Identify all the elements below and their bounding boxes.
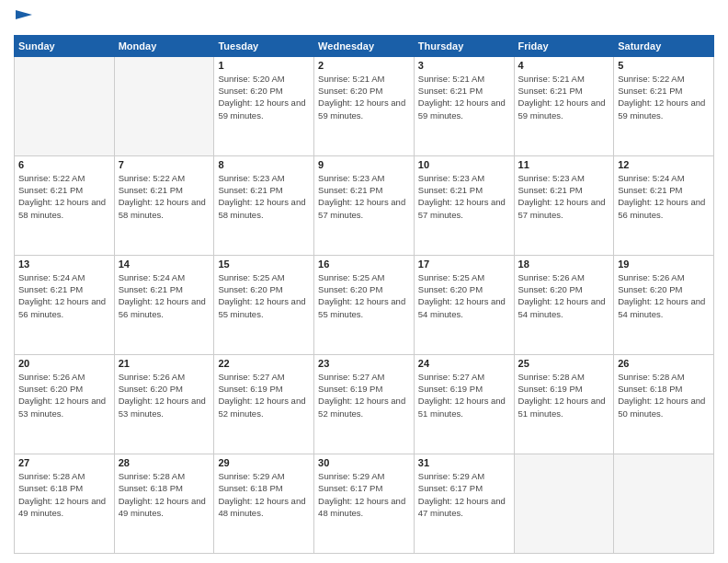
- day-info: Sunrise: 5:22 AM Sunset: 6:21 PM Dayligh…: [618, 73, 710, 121]
- day-number: 10: [418, 159, 510, 170]
- sunset-label: Sunset: 6:20 PM: [418, 284, 483, 294]
- day-info: Sunrise: 5:26 AM Sunset: 6:20 PM Dayligh…: [518, 271, 610, 320]
- day-info: Sunrise: 5:23 AM Sunset: 6:21 PM Dayligh…: [218, 172, 310, 221]
- day-cell: 9 Sunrise: 5:23 AM Sunset: 6:21 PM Dayli…: [314, 155, 415, 255]
- day-number: 17: [418, 259, 510, 270]
- sunset-label: Sunset: 6:17 PM: [418, 483, 483, 493]
- day-info: Sunrise: 5:21 AM Sunset: 6:21 PM Dayligh…: [518, 73, 610, 121]
- day-cell: 14 Sunrise: 5:24 AM Sunset: 6:21 PM Dayl…: [114, 255, 214, 354]
- day-info: Sunrise: 5:27 AM Sunset: 6:19 PM Dayligh…: [318, 371, 410, 419]
- day-cell: 2 Sunrise: 5:21 AM Sunset: 6:20 PM Dayli…: [314, 56, 415, 155]
- daylight-label: Daylight: 12 hours and 52 minutes.: [318, 396, 405, 418]
- daylight-label: Daylight: 12 hours and 48 minutes.: [318, 496, 405, 518]
- sunrise-label: Sunrise: 5:24 AM: [18, 272, 85, 282]
- sunset-label: Sunset: 6:18 PM: [18, 483, 83, 493]
- sunrise-label: Sunrise: 5:28 AM: [119, 471, 185, 481]
- day-cell: 22 Sunrise: 5:27 AM Sunset: 6:19 PM Dayl…: [214, 354, 314, 454]
- day-info: Sunrise: 5:27 AM Sunset: 6:19 PM Dayligh…: [218, 371, 310, 419]
- day-info: Sunrise: 5:29 AM Sunset: 6:17 PM Dayligh…: [318, 470, 410, 519]
- day-cell: [15, 56, 115, 155]
- sunrise-label: Sunrise: 5:28 AM: [518, 372, 585, 382]
- day-cell: 13 Sunrise: 5:24 AM Sunset: 6:21 PM Dayl…: [15, 255, 115, 354]
- sunrise-label: Sunrise: 5:23 AM: [518, 173, 585, 183]
- day-info: Sunrise: 5:23 AM Sunset: 6:21 PM Dayligh…: [318, 172, 410, 221]
- sunrise-label: Sunrise: 5:23 AM: [218, 173, 284, 183]
- sunrise-label: Sunrise: 5:22 AM: [618, 74, 684, 84]
- sunset-label: Sunset: 6:20 PM: [119, 384, 183, 394]
- daylight-label: Daylight: 12 hours and 54 minutes.: [518, 296, 606, 318]
- day-number: 30: [318, 457, 410, 468]
- day-cell: 17 Sunrise: 5:25 AM Sunset: 6:20 PM Dayl…: [414, 255, 514, 354]
- sunset-label: Sunset: 6:19 PM: [418, 384, 483, 394]
- daylight-label: Daylight: 12 hours and 58 minutes.: [18, 197, 106, 219]
- sunrise-label: Sunrise: 5:29 AM: [318, 471, 384, 481]
- day-cell: 10 Sunrise: 5:23 AM Sunset: 6:21 PM Dayl…: [414, 155, 514, 255]
- header-monday: Monday: [114, 35, 214, 56]
- day-number: 26: [618, 358, 710, 369]
- daylight-label: Daylight: 12 hours and 54 minutes.: [418, 296, 506, 318]
- day-number: 8: [218, 159, 310, 170]
- calendar-header-row: SundayMondayTuesdayWednesdayThursdayFrid…: [15, 35, 714, 56]
- day-cell: 25 Sunrise: 5:28 AM Sunset: 6:19 PM Dayl…: [514, 354, 614, 454]
- day-info: Sunrise: 5:20 AM Sunset: 6:20 PM Dayligh…: [218, 73, 310, 121]
- daylight-label: Daylight: 12 hours and 50 minutes.: [618, 396, 705, 418]
- day-number: 19: [618, 259, 710, 270]
- sunrise-label: Sunrise: 5:21 AM: [418, 74, 484, 84]
- sunset-label: Sunset: 6:21 PM: [119, 284, 183, 294]
- daylight-label: Daylight: 12 hours and 59 minutes.: [418, 98, 506, 120]
- day-info: Sunrise: 5:28 AM Sunset: 6:18 PM Dayligh…: [618, 371, 710, 419]
- logo-flag-icon: [16, 10, 32, 23]
- sunrise-label: Sunrise: 5:26 AM: [518, 272, 585, 282]
- sunrise-label: Sunrise: 5:27 AM: [418, 372, 484, 382]
- header-friday: Friday: [514, 35, 614, 56]
- day-number: 9: [318, 159, 410, 170]
- sunrise-label: Sunrise: 5:20 AM: [218, 74, 284, 84]
- daylight-label: Daylight: 12 hours and 56 minutes.: [119, 296, 206, 318]
- sunset-label: Sunset: 6:19 PM: [318, 384, 382, 394]
- daylight-label: Daylight: 12 hours and 59 minutes.: [618, 98, 705, 120]
- sunset-label: Sunset: 6:21 PM: [318, 185, 382, 195]
- day-cell: 19 Sunrise: 5:26 AM Sunset: 6:20 PM Dayl…: [614, 255, 714, 354]
- sunrise-label: Sunrise: 5:27 AM: [218, 372, 284, 382]
- day-number: 11: [518, 159, 610, 170]
- day-info: Sunrise: 5:29 AM Sunset: 6:17 PM Dayligh…: [418, 470, 510, 519]
- day-cell: 24 Sunrise: 5:27 AM Sunset: 6:19 PM Dayl…: [414, 354, 514, 454]
- day-cell: 21 Sunrise: 5:26 AM Sunset: 6:20 PM Dayl…: [114, 354, 214, 454]
- sunset-label: Sunset: 6:20 PM: [518, 284, 583, 294]
- sunrise-label: Sunrise: 5:24 AM: [618, 173, 684, 183]
- day-number: 4: [518, 60, 610, 71]
- day-cell: 11 Sunrise: 5:23 AM Sunset: 6:21 PM Dayl…: [514, 155, 614, 255]
- week-row-3: 13 Sunrise: 5:24 AM Sunset: 6:21 PM Dayl…: [15, 255, 714, 354]
- day-number: 3: [418, 60, 510, 71]
- sunset-label: Sunset: 6:19 PM: [518, 384, 583, 394]
- day-info: Sunrise: 5:25 AM Sunset: 6:20 PM Dayligh…: [418, 271, 510, 320]
- daylight-label: Daylight: 12 hours and 49 minutes.: [119, 496, 206, 518]
- daylight-label: Daylight: 12 hours and 57 minutes.: [318, 197, 405, 219]
- day-number: 14: [119, 259, 210, 270]
- day-number: 12: [618, 159, 710, 170]
- sunset-label: Sunset: 6:21 PM: [18, 185, 83, 195]
- sunrise-label: Sunrise: 5:26 AM: [119, 372, 185, 382]
- day-number: 1: [218, 60, 310, 71]
- day-cell: 12 Sunrise: 5:24 AM Sunset: 6:21 PM Dayl…: [614, 155, 714, 255]
- sunset-label: Sunset: 6:21 PM: [218, 185, 282, 195]
- day-cell: [614, 454, 714, 553]
- sunrise-label: Sunrise: 5:27 AM: [318, 372, 384, 382]
- day-info: Sunrise: 5:25 AM Sunset: 6:20 PM Dayligh…: [218, 271, 310, 320]
- day-cell: 1 Sunrise: 5:20 AM Sunset: 6:20 PM Dayli…: [214, 56, 314, 155]
- page: SundayMondayTuesdayWednesdayThursdayFrid…: [0, 0, 728, 563]
- day-cell: 28 Sunrise: 5:28 AM Sunset: 6:18 PM Dayl…: [114, 454, 214, 553]
- day-info: Sunrise: 5:21 AM Sunset: 6:20 PM Dayligh…: [318, 73, 410, 121]
- header: [14, 9, 714, 28]
- sunset-label: Sunset: 6:19 PM: [218, 384, 282, 394]
- sunrise-label: Sunrise: 5:24 AM: [119, 272, 185, 282]
- sunset-label: Sunset: 6:21 PM: [119, 185, 183, 195]
- day-cell: 23 Sunrise: 5:27 AM Sunset: 6:19 PM Dayl…: [314, 354, 415, 454]
- sunset-label: Sunset: 6:18 PM: [618, 384, 682, 394]
- daylight-label: Daylight: 12 hours and 53 minutes.: [18, 396, 106, 418]
- sunrise-label: Sunrise: 5:25 AM: [218, 272, 284, 282]
- day-cell: 5 Sunrise: 5:22 AM Sunset: 6:21 PM Dayli…: [614, 56, 714, 155]
- sunrise-label: Sunrise: 5:22 AM: [119, 173, 185, 183]
- daylight-label: Daylight: 12 hours and 55 minutes.: [318, 296, 405, 318]
- week-row-4: 20 Sunrise: 5:26 AM Sunset: 6:20 PM Dayl…: [15, 354, 714, 454]
